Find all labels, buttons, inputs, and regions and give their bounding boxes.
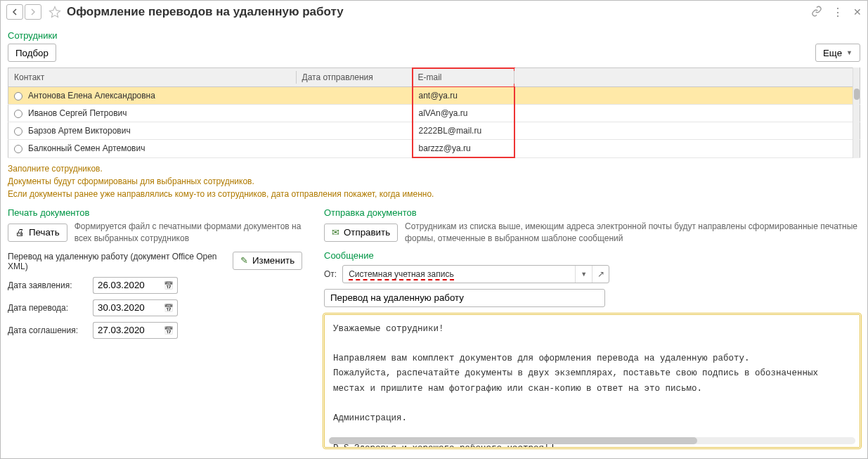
cell-email: ant@ya.ru (413, 87, 514, 105)
msg-line: Уважаемые сотрудники! (333, 322, 851, 337)
kebab-menu-icon[interactable]: ⋮ (832, 6, 843, 19)
vscroll-track[interactable] (853, 67, 860, 158)
col-spacer (514, 68, 860, 87)
radio-icon[interactable] (14, 145, 22, 153)
print-button-label: Печать (29, 227, 60, 238)
nav-back-button[interactable] (6, 4, 23, 20)
send-icon (332, 227, 339, 238)
cell-email: alVAn@ya.ru (413, 105, 514, 122)
cell-contact: Антонова Елена Александровна (28, 91, 155, 101)
message-body[interactable]: Уважаемые сотрудники! Направляем вам ком… (324, 314, 860, 448)
radio-icon[interactable] (14, 110, 22, 118)
col-date-sent[interactable]: Дата отправления (297, 68, 413, 87)
select-button-label: Подбор (15, 48, 48, 58)
hint-line: Документы будут сформированы для выбранн… (8, 175, 860, 188)
hscroll-thumb[interactable] (329, 437, 697, 444)
open-icon[interactable] (592, 266, 609, 283)
cell-date (297, 122, 413, 140)
table-row[interactable]: Антонова Елена Александровна ant@ya.ru (8, 87, 860, 105)
cell-email: barzzz@ya.ru (413, 140, 514, 158)
page-title: Оформление переводов на удаленную работу (67, 5, 811, 19)
print-heading: Печать документов (8, 207, 310, 218)
more-button-label: Еще (823, 48, 842, 58)
date-trans-label: Дата перевода: (8, 303, 89, 313)
date-agr-label: Дата соглашения: (8, 325, 89, 335)
cell-contact: Балконный Семен Артемович (28, 143, 145, 153)
radio-icon[interactable] (14, 127, 22, 136)
cell-date (297, 87, 413, 105)
table-row[interactable]: Барзов Артем Викторович 2222BL@mail.ru (8, 122, 860, 140)
calendar-icon[interactable] (160, 277, 178, 294)
from-select[interactable]: Системная учетная запись ▼ (342, 265, 609, 283)
msg-line: Направляем вам комплект документов для о… (333, 351, 851, 366)
hint-text: Заполните сотрудников. Документы будут с… (8, 162, 860, 200)
date-app-label: Дата заявления: (8, 280, 89, 290)
hint-line: Если документы ранее уже направлялись ко… (8, 188, 860, 200)
table-row[interactable]: Иванов Сергей Петрович alVAn@ya.ru (8, 105, 860, 122)
edit-icon (240, 255, 248, 266)
calendar-icon[interactable] (160, 322, 178, 339)
message-heading: Сообщение (324, 250, 860, 261)
more-button[interactable]: Еще▼ (815, 44, 860, 62)
print-desc: Формируется файл с печатными формами док… (75, 221, 310, 245)
close-icon[interactable]: ✕ (853, 6, 862, 18)
hscroll-track[interactable] (329, 437, 855, 444)
edit-button[interactable]: Изменить (233, 252, 302, 270)
chevron-down-icon: ▼ (846, 49, 853, 56)
employees-heading: Сотрудники (8, 30, 860, 41)
send-heading: Отправка документов (324, 207, 860, 218)
cell-contact: Барзов Артем Викторович (28, 126, 131, 136)
vscroll-thumb[interactable] (854, 89, 860, 100)
employees-table[interactable]: Контакт Дата отправления E-mail Антонова… (8, 67, 860, 158)
col-contact[interactable]: Контакт (8, 68, 297, 87)
doc-name: Перевод на удаленную работу (документ Of… (8, 252, 226, 271)
send-button[interactable]: Отправить (324, 224, 398, 242)
print-icon (15, 227, 25, 238)
title-bar: Оформление переводов на удаленную работу… (1, 1, 867, 23)
radio-icon[interactable] (14, 92, 22, 101)
cell-date (297, 140, 413, 158)
select-button[interactable]: Подбор (8, 44, 56, 62)
edit-button-label: Изменить (252, 255, 294, 266)
nav-forward-button[interactable] (25, 4, 41, 20)
send-desc: Сотрудникам из списка выше, имеющим адре… (405, 221, 860, 245)
print-button[interactable]: Печать (8, 224, 67, 242)
favorite-star-icon[interactable] (47, 4, 63, 20)
date-trans-input[interactable] (93, 299, 160, 316)
chevron-down-icon[interactable]: ▼ (575, 266, 592, 283)
from-label: От: (324, 269, 337, 279)
cell-contact: Иванов Сергей Петрович (28, 108, 127, 118)
col-email[interactable]: E-mail (413, 68, 514, 87)
link-icon[interactable] (811, 6, 822, 19)
from-value: Системная учетная запись (349, 269, 454, 280)
send-button-label: Отправить (344, 227, 390, 238)
cell-email: 2222BL@mail.ru (413, 122, 514, 140)
employees-table-wrap: Контакт Дата отправления E-mail Антонова… (8, 67, 860, 158)
subject-input[interactable] (324, 289, 605, 307)
hint-line: Заполните сотрудников. (8, 162, 860, 175)
cell-date (297, 105, 413, 122)
msg-line: Пожалуйста, распечатайте документы в дву… (333, 366, 851, 396)
msg-line: Администрация. (333, 411, 851, 426)
calendar-icon[interactable] (160, 299, 178, 316)
date-agr-input[interactable] (93, 322, 160, 339)
date-app-input[interactable] (93, 277, 160, 294)
table-row[interactable]: Балконный Семен Артемович barzzz@ya.ru (8, 140, 860, 158)
